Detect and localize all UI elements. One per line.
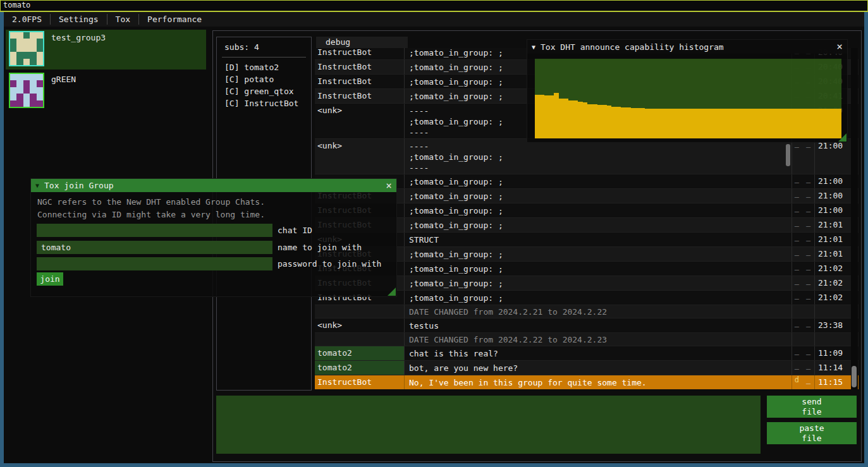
histogram-bar (803, 109, 808, 138)
histogram-bar (745, 109, 750, 138)
collapse-arrow-icon[interactable]: ▼ (35, 182, 39, 189)
message-text: DATE CHANGED from 2024.2.21 to 2024.2.22 (405, 305, 792, 318)
member-row-InstructBot[interactable]: [C] InstructBot (217, 97, 311, 109)
message-sender: InstructBot (315, 375, 405, 389)
message-flags (792, 333, 814, 346)
histogram-bar (678, 109, 683, 138)
message-timestamp: 21:02 (814, 291, 848, 305)
join-group-title: Tox join Group (44, 181, 114, 190)
message-sender (315, 333, 405, 346)
message-timestamp: 21:00 (814, 139, 848, 174)
sidebar-item-gREEN[interactable]: gREEN (6, 71, 206, 111)
histogram-bar (750, 109, 755, 138)
histogram-bar (741, 109, 746, 138)
histogram-bar (683, 109, 688, 138)
histogram-bar (645, 109, 650, 138)
join-info-line: Connecting via ID might take a very long… (37, 210, 265, 219)
histogram-bar (573, 100, 578, 138)
message-line: ;tomato_in_group: ; (409, 191, 790, 202)
message-flags: d _ (792, 375, 814, 389)
dht-histogram-plot (535, 59, 841, 138)
close-icon[interactable]: × (836, 42, 843, 52)
message-sender: InstructBot (315, 60, 405, 74)
message-flags: _ _ (792, 203, 814, 217)
histogram-bar (626, 107, 631, 138)
members-list: [D] tomato2[C] potato[C] green_qtox[C] I… (217, 61, 311, 109)
message-timestamp: 21:02 (814, 262, 848, 276)
histogram-bar (616, 107, 621, 138)
window-title: tomato (3, 1, 30, 9)
histogram-bar (827, 109, 832, 138)
member-row-green_qtox[interactable]: [C] green_qtox (217, 85, 311, 97)
message-timestamp: 21:02 (814, 276, 848, 290)
message-flags: _ _ (792, 262, 814, 276)
histogram-bar (722, 109, 727, 138)
message-sender: <unk> (315, 104, 405, 138)
message-text: ;tomato_in_group: ; (405, 218, 792, 232)
join-button[interactable]: join (37, 272, 63, 286)
histogram-bar (578, 102, 583, 138)
close-icon[interactable]: × (386, 181, 392, 191)
members-divider (222, 57, 306, 58)
histogram-bar (664, 109, 669, 138)
histogram-bar (549, 95, 554, 138)
histogram-bar (813, 109, 818, 138)
chat-scrollbar[interactable] (851, 48, 858, 389)
chat-message-row: <unk>testus_ _23:38 (315, 318, 859, 333)
message-sender (315, 305, 405, 318)
chat-scrollbar-thumb[interactable] (852, 366, 857, 387)
date-divider-row: DATE CHANGED from 2024.2.22 to 2024.2.23 (315, 333, 859, 346)
resize-grip[interactable] (388, 288, 396, 296)
histogram-bar (654, 109, 659, 138)
join-name-label: name to join with (278, 243, 362, 252)
join-name-input[interactable] (37, 241, 272, 254)
histogram-bar (717, 109, 722, 138)
dht-histogram-titlebar[interactable]: ▼ Tox DHT announce capability histogram … (527, 40, 847, 54)
chat-id-input[interactable] (37, 224, 272, 237)
message-timestamp: 11:15 (814, 375, 848, 389)
date-changed-text: DATE CHANGED from 2024.2.22 to 2024.2.23 (409, 335, 790, 344)
join-group-titlebar[interactable]: ▼ Tox join Group × (31, 179, 396, 192)
histogram-bar (621, 107, 626, 138)
send-file-button[interactable]: send file (767, 396, 857, 418)
paste-file-button[interactable]: paste file (767, 422, 857, 444)
histogram-bar (736, 109, 741, 138)
histogram-bar (607, 106, 612, 138)
histogram-bar (817, 109, 822, 138)
message-flags: _ _ (792, 218, 814, 232)
message-flags: _ _ (792, 276, 814, 290)
menu-settings[interactable]: Settings (51, 12, 107, 27)
message-line: STRUCT (409, 234, 790, 245)
member-row-tomato2[interactable]: [D] tomato2 (217, 61, 311, 73)
message-text: ;tomato_in_group: ; (405, 174, 792, 188)
collapse-arrow-icon[interactable]: ▼ (532, 44, 535, 51)
histogram-bar (611, 107, 616, 138)
join-info-line: NGC refers to the New DHT enabled Group … (37, 197, 265, 207)
histogram-bar (731, 109, 737, 138)
histogram-bar (755, 109, 761, 138)
sidebar-item-test_group3[interactable]: test_group3 (6, 30, 206, 70)
message-timestamp (814, 305, 848, 318)
menu-tox[interactable]: Tox (107, 12, 138, 27)
message-line: bot, are you new here? (409, 363, 790, 373)
message-flags (792, 305, 814, 318)
date-changed-text: DATE CHANGED from 2024.2.21 to 2024.2.22 (409, 307, 790, 317)
window-titlebar[interactable]: tomato (0, 0, 868, 11)
message-text: DATE CHANGED from 2024.2.22 to 2024.2.23 (405, 333, 792, 346)
histogram-bar (822, 109, 828, 138)
member-row-potato[interactable]: [C] potato (217, 73, 311, 85)
histogram-bar (784, 109, 789, 138)
message-input[interactable] (216, 396, 761, 454)
histogram-bar (587, 104, 592, 138)
message-scrollbar-thumb[interactable] (786, 144, 790, 166)
histogram-bar (798, 109, 804, 138)
tab-debug[interactable]: debug (316, 37, 408, 48)
message-line: ---- (409, 162, 790, 173)
join-password-input[interactable] (37, 257, 272, 270)
menu-performance[interactable]: Performance (139, 12, 210, 27)
message-timestamp: 21:00 (814, 174, 848, 188)
resize-grip[interactable] (838, 133, 847, 142)
message-text: testus (405, 318, 792, 332)
members-count-label: subs: 4 (217, 37, 311, 52)
histogram-bar (698, 109, 703, 138)
